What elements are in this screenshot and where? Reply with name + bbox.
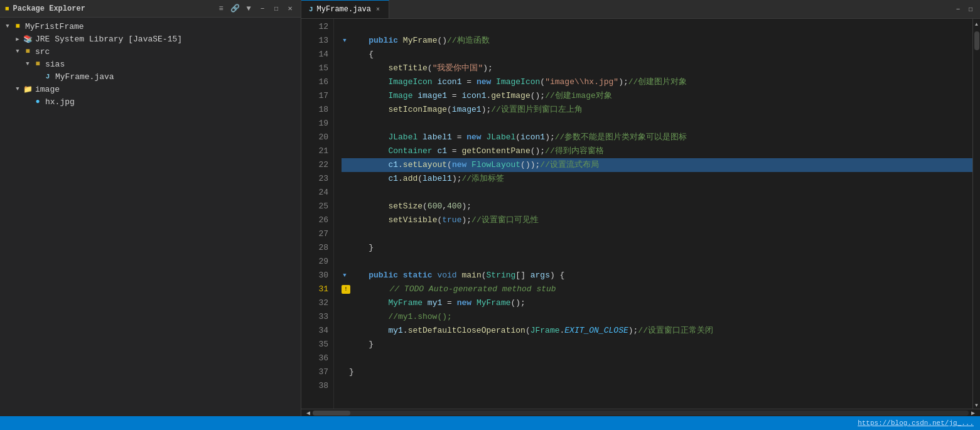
hx-label: hx.jpg (45, 97, 75, 107)
sias-icon: ■ (33, 59, 43, 69)
code-line-31: ! // TODO Auto-generated method stub (342, 282, 972, 296)
jre-icon: 📚 (23, 34, 33, 44)
code-line-15: ▶ setTitle("我爱你中国"); (342, 62, 972, 75)
java-file-icon: J (43, 72, 53, 82)
code-line-35: ▶ } (342, 338, 972, 352)
code-line-32: ▶ MyFrame my1 = new MyFrame(); (342, 296, 972, 310)
sidebar-header-icons: ≡ 🔗 ▼ – ☐ ✕ (215, 3, 296, 14)
todo-marker: ! (342, 285, 350, 294)
code-editor[interactable]: 12 13 14 15 16 17 18 19 20 21 22 23 24 2… (301, 19, 980, 409)
line-numbers-gutter: 12 13 14 15 16 17 18 19 20 21 22 23 24 2… (301, 19, 334, 409)
code-line-22: ▶ c1.setLayout(new FlowLayout());//设置流式布… (342, 158, 972, 172)
image-label: image (35, 85, 60, 94)
code-line-19: ▶ (342, 117, 972, 131)
sias-arrow: ▼ (23, 59, 33, 69)
collapse-all-icon[interactable]: ≡ (215, 3, 227, 14)
code-line-12 (342, 20, 972, 34)
ln-14: 14 (301, 48, 328, 62)
ln-23: 23 (301, 172, 328, 186)
project-icon: ■ (5, 5, 9, 13)
src-arrow: ▼ (13, 46, 23, 56)
java-tab-icon: J (309, 6, 313, 13)
editor-minimize-icon[interactable]: – (952, 4, 964, 15)
ln-34: 34 (301, 324, 328, 338)
h-scroll-right[interactable]: ▶ (969, 409, 977, 417)
ln-13: 13 (301, 34, 328, 48)
ln-33: 33 (301, 310, 328, 324)
editor-panel: J MyFrame.java × – ☐ 12 13 14 15 1 (301, 0, 980, 416)
ln-16: 16 (301, 75, 328, 89)
sidebar-title: Package Explorer (13, 4, 212, 13)
status-url: https://blog.csdn.net/jq_... (858, 419, 974, 427)
code-line-14: ▶ { (342, 48, 972, 62)
code-line-23: ▶ c1.add(label1);//添加标签 (342, 172, 972, 186)
ln-24: 24 (301, 186, 328, 200)
close-panel-icon[interactable]: ✕ (284, 3, 296, 14)
code-line-30: ▼ public static void main(String[] args)… (342, 269, 972, 282)
code-line-28: ▶ } (342, 241, 972, 255)
code-line-29: ▶ (342, 255, 972, 269)
tab-myframe-java[interactable]: J MyFrame.java × (301, 0, 389, 18)
ln-35: 35 (301, 338, 328, 352)
ln-37: 37 (301, 365, 328, 379)
code-line-24: ▶ (342, 186, 972, 200)
tree-item-sias[interactable]: ▼ ■ sias (0, 58, 301, 70)
view-menu-icon[interactable]: ▼ (243, 3, 254, 14)
code-line-38: ▶ (342, 379, 972, 393)
code-line-25: ▶ setSize(600,400); (342, 200, 972, 213)
ln-26: 26 (301, 213, 328, 227)
link-editor-icon[interactable]: 🔗 (229, 3, 240, 14)
ln-31: 31 (301, 282, 328, 296)
code-line-27: ▶ (342, 227, 972, 241)
image-file-icon: ● (33, 97, 43, 107)
horizontal-scrollbar[interactable]: ◀ ▶ (301, 409, 980, 416)
ln-19: 19 (301, 117, 328, 131)
h-scroll-thumb[interactable] (313, 411, 350, 416)
code-line-17: ▶ Image image1 = icon1.getImage();//创建im… (342, 89, 972, 103)
scroll-up-arrow[interactable]: ▲ (973, 20, 981, 28)
h-scroll-left[interactable]: ◀ (304, 409, 313, 417)
ln-25: 25 (301, 200, 328, 213)
tab-close-button[interactable]: × (375, 5, 381, 14)
code-line-37: ▶ } (342, 365, 972, 379)
tree-item-jre[interactable]: ▶ 📚 JRE System Library [JavaSE-15] (0, 33, 301, 45)
myframe-label: MyFrame.java (55, 72, 114, 82)
ln-30: 30 (301, 269, 328, 282)
code-content[interactable]: ▼ public MyFrame()//构造函数 ▶ { ▶ setTitle(… (334, 19, 972, 409)
code-line-26: ▶ setVisible(true);//设置窗口可见性 (342, 213, 972, 227)
tree-item-project[interactable]: ▼ ■ MyFristFrame (0, 20, 301, 33)
fold-30[interactable]: ▼ (340, 271, 349, 280)
project-folder-icon: ■ (13, 21, 23, 31)
fold-13[interactable]: ▼ (340, 36, 349, 45)
ln-36: 36 (301, 352, 328, 365)
code-line-33: ▶ //my1.show(); (342, 310, 972, 324)
sidebar-header: ■ Package Explorer ≡ 🔗 ▼ – ☐ ✕ (0, 0, 301, 18)
scroll-thumb[interactable] (974, 31, 979, 50)
ln-20: 20 (301, 131, 328, 144)
ln-21: 21 (301, 144, 328, 158)
tree-item-myframe[interactable]: ▶ J MyFrame.java (0, 70, 301, 83)
code-line-21: ▶ Container c1 = getContentPane();//得到内容… (342, 144, 972, 158)
ln-15: 15 (301, 62, 328, 75)
code-line-18: ▶ setIconImage(image1);//设置图片到窗口左上角 (342, 103, 972, 117)
tree-item-image[interactable]: ▼ 📁 image (0, 83, 301, 95)
code-line-36: ▶ (342, 352, 972, 365)
ln-22: 22 (301, 158, 328, 172)
editor-maximize-icon[interactable]: ☐ (965, 4, 976, 15)
vertical-scrollbar[interactable]: ▲ ▼ (972, 19, 980, 409)
tree-item-hxjpg[interactable]: ▶ ● hx.jpg (0, 95, 301, 108)
image-folder-icon: 📁 (23, 84, 33, 94)
ln-28: 28 (301, 241, 328, 255)
ln-27: 27 (301, 227, 328, 241)
minimize-icon[interactable]: – (257, 3, 268, 14)
maximize-icon[interactable]: ☐ (271, 3, 282, 14)
scroll-down-arrow[interactable]: ▼ (973, 401, 981, 409)
h-scroll-track (313, 411, 969, 416)
ln-38: 38 (301, 379, 328, 393)
tree-item-src[interactable]: ▼ ■ src (0, 45, 301, 58)
project-label: MyFristFrame (25, 22, 84, 31)
status-bar: https://blog.csdn.net/jq_... (0, 416, 980, 430)
tab-label: MyFrame.java (317, 5, 371, 14)
jre-arrow: ▶ (13, 34, 23, 44)
ln-12: 12 (301, 20, 328, 34)
